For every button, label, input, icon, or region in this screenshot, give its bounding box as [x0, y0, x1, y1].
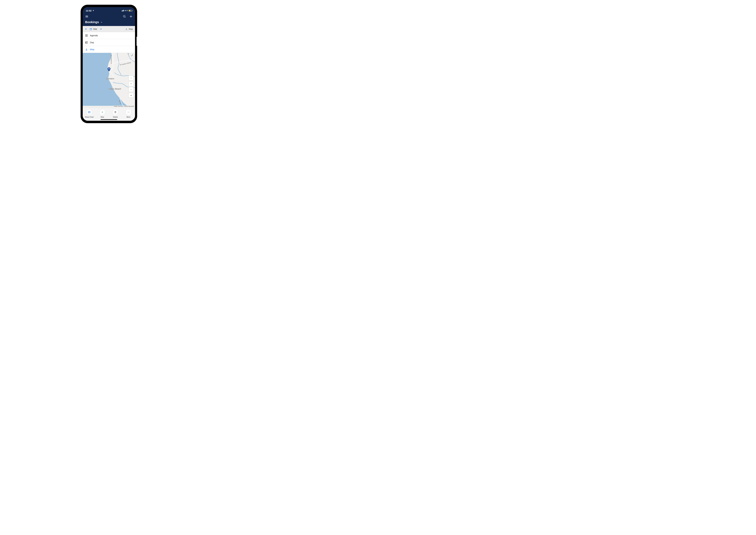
app-header: Bookings — [83, 13, 135, 26]
show-chart-button[interactable]: Show Chart — [83, 109, 95, 118]
map-pin-marker[interactable] — [107, 68, 111, 71]
view-option-day[interactable]: Day — [83, 39, 135, 46]
map-icon — [85, 48, 88, 51]
chart-icon — [88, 111, 91, 114]
view-option-label: Agenda — [90, 34, 98, 37]
network-type: 5G E — [125, 10, 128, 11]
place-label-camano: Camano — [106, 77, 114, 80]
day-icon — [85, 41, 88, 44]
place-label-indian-beach: Indian Beach — [109, 88, 121, 90]
map-toggle[interactable]: Map — [125, 28, 133, 30]
trash-icon — [114, 111, 117, 113]
status-time: 12:52 — [86, 9, 92, 12]
map-tilt-button[interactable] — [129, 93, 133, 98]
svg-point-3 — [123, 15, 125, 17]
prev-month-icon[interactable] — [85, 28, 88, 30]
next-month-icon[interactable] — [99, 28, 102, 30]
map-pin-icon — [125, 28, 128, 30]
svg-rect-20 — [86, 42, 86, 43]
svg-point-33 — [128, 112, 128, 112]
screen: 12:52 5G E — [83, 7, 135, 121]
calendar-icon — [90, 28, 92, 30]
plus-icon — [101, 111, 104, 114]
battery-icon — [129, 10, 132, 12]
view-option-agenda[interactable]: Agenda — [83, 32, 135, 39]
hamburger-menu-icon[interactable] — [85, 15, 88, 18]
bottom-bar-label: Delete — [113, 116, 118, 118]
view-option-label: Day — [90, 41, 94, 44]
map-attribution: ©2020 TomTom, ©2019 Microsoft — [113, 105, 134, 107]
view-option-label: Map — [90, 48, 94, 51]
current-month: Mar — [93, 28, 97, 30]
cellular-signal-icon — [122, 10, 124, 11]
status-bar: 12:52 5G E — [83, 7, 135, 13]
new-button[interactable]: New — [96, 109, 108, 118]
road-label: SW Camano Dr — [110, 54, 112, 64]
phone-frame: 12:52 5G E — [81, 5, 137, 123]
power-button — [136, 37, 137, 46]
bottom-bar-label: More — [127, 116, 130, 118]
view-option-map[interactable]: Map — [83, 46, 135, 53]
map-zoom-in-button[interactable] — [129, 81, 133, 86]
map-controls — [129, 75, 133, 98]
month-selector[interactable]: Mar — [90, 28, 97, 30]
page-title: Bookings — [85, 20, 99, 24]
svg-point-35 — [129, 112, 129, 112]
calendar-subheader: Mar Map — [83, 26, 135, 32]
chevron-down-icon — [101, 21, 102, 23]
agenda-icon — [85, 34, 88, 37]
map-zoom-out-button[interactable] — [129, 87, 133, 92]
svg-point-23 — [109, 69, 109, 69]
road-label: P — [128, 53, 129, 55]
map-toggle-label: Map — [129, 28, 133, 30]
bottom-bar-label: New — [101, 116, 104, 118]
home-indicator[interactable] — [101, 119, 117, 120]
more-icon — [127, 111, 130, 114]
add-icon[interactable] — [129, 15, 132, 18]
view-selector[interactable]: Bookings — [85, 20, 132, 24]
more-button[interactable]: More — [123, 109, 134, 118]
svg-rect-8 — [90, 28, 92, 30]
bottom-bar-label: Show Chart — [85, 116, 94, 118]
map-locate-button[interactable] — [129, 75, 133, 80]
svg-rect-30 — [115, 112, 116, 113]
map-canvas[interactable]: SW Camano Dr W Camano Hill Rd Che P W Mo… — [83, 53, 135, 108]
search-icon[interactable] — [123, 15, 126, 18]
delete-button[interactable]: Delete — [109, 109, 121, 118]
location-services-icon — [92, 10, 94, 12]
bottom-action-bar: Show Chart New Delete — [83, 108, 135, 121]
svg-line-4 — [125, 17, 126, 18]
